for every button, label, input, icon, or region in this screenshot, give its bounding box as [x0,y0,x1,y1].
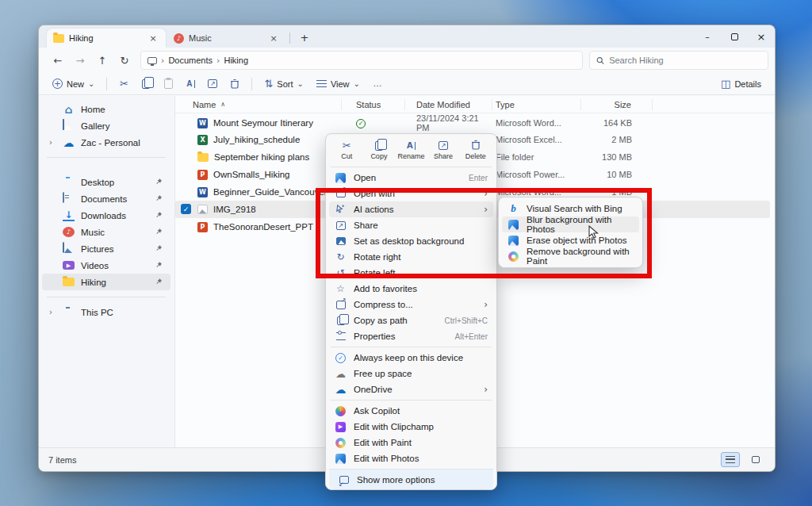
cut-icon [120,78,128,90]
menu-item-share[interactable]: Share [329,217,493,233]
sidebar-item-gallery[interactable]: Gallery [42,117,170,134]
toolbar-divider [251,78,252,90]
expander-chevron-icon[interactable] [49,308,52,316]
submenu-item-blur-background-with-photos[interactable]: Blur background with Photos [502,217,639,232]
maximize-button[interactable] [721,25,748,48]
column-header-type[interactable]: Type [492,99,581,110]
copy-button[interactable]: Copy [364,138,394,162]
breadcrumb[interactable]: Documents Hiking [140,51,583,70]
sidebar-item-videos[interactable]: Videos [42,257,170,274]
folder-icon [197,153,209,162]
menu-item-show-more-options[interactable]: Show more options [329,469,493,489]
menu-item-set-as-desktop-background[interactable]: Set as desktop background [329,233,493,249]
close-window-button[interactable] [748,25,775,48]
close-tab-icon[interactable] [147,32,159,44]
column-header-name[interactable]: Name ∧ [175,99,342,110]
expander-chevron-icon[interactable] [49,138,52,147]
breadcrumb-documents[interactable]: Documents [168,56,213,65]
rename-button[interactable]: A Rename [396,138,426,162]
menu-item-edit-with-clipchamp[interactable]: Edit with Clipchamp [329,419,493,435]
sidebar-item-onedrive-personal[interactable]: Zac - Personal [42,134,170,151]
new-tab-button[interactable] [297,31,312,44]
menu-item-add-to-favorites[interactable]: Add to favorites [329,281,493,297]
menu-item-edit-with-photos[interactable]: Edit with Photos [329,450,493,466]
sort-button[interactable]: Sort [259,75,308,92]
rotate-left-icon [335,267,347,279]
menu-item-always-keep-on-device[interactable]: Always keep on this device [329,350,493,366]
tab-hiking[interactable]: Hiking [47,29,166,48]
menu-item-open-with[interactable]: Open with [329,186,493,201]
details-pane-icon [721,78,730,90]
sidebar-item-hiking[interactable]: Hiking [42,274,170,290]
submenu-item-visual-search-with-bing[interactable]: b Visual Search with Bing [502,201,639,217]
file-size: 10 MB [581,170,653,179]
rename-button[interactable]: A [180,75,201,94]
checkbox-checked[interactable] [181,204,191,214]
sidebar-item-home[interactable]: Home [42,101,170,117]
submenu-item-erase-object-with-photos[interactable]: Erase object with Photos [502,232,639,248]
sidebar-item-pictures[interactable]: Pictures [42,240,170,257]
menu-label: Blur background with Photos [527,215,634,234]
column-header-date-modified[interactable]: Date Modified [405,99,492,110]
menu-item-compress-to[interactable]: Compress to... [329,297,493,312]
table-row[interactable]: WMount Seymour Itinerary 23/11/2024 3:21… [175,113,770,131]
menu-item-ask-copilot[interactable]: Ask Copilot [329,403,493,419]
file-size: 130 MB [581,152,653,162]
share-button[interactable] [202,75,223,94]
column-header-size[interactable]: Size [581,99,653,110]
menu-item-open[interactable]: Open Enter [329,170,493,186]
menu-item-free-up-space[interactable]: Free up space [329,366,493,381]
view-button[interactable]: View [311,77,366,91]
copy-button[interactable] [136,75,156,94]
paste-icon [164,79,173,89]
up-button[interactable] [91,51,113,70]
menu-item-ai-actions[interactable]: AI actions [329,201,493,217]
menu-item-onedrive[interactable]: OneDrive [329,381,493,397]
search-box[interactable] [589,51,768,70]
delete-button[interactable]: Delete [461,138,491,162]
copilot-icon [335,405,347,417]
new-button[interactable]: New [47,76,100,91]
menu-label: Properties [354,332,448,341]
sidebar-item-music[interactable]: Music [42,224,170,240]
large-icons-view-toggle[interactable] [746,452,765,467]
music-icon [174,33,184,44]
details-view-toggle[interactable] [721,452,740,467]
delete-button[interactable] [224,75,245,94]
menu-item-rotate-right[interactable]: Rotate right [329,249,493,265]
menu-item-properties[interactable]: Properties Alt+Enter [329,328,493,344]
paste-button[interactable] [158,75,178,94]
cut-button[interactable]: Cut [331,138,362,162]
column-label: Status [356,100,381,109]
sidebar-item-desktop[interactable]: Desktop [42,174,170,190]
pictures-icon [63,243,75,255]
refresh-button[interactable] [113,51,136,70]
back-button[interactable] [47,51,69,70]
sidebar-item-this-pc[interactable]: This PC [42,304,170,320]
cut-button[interactable] [113,75,134,94]
share-button[interactable]: Share [428,138,458,162]
menu-item-rotate-left[interactable]: Rotate left [329,265,493,281]
quick-label: Delete [465,152,486,160]
more-options-button[interactable] [367,75,388,94]
ai-actions-icon [335,204,347,216]
sidebar-item-documents[interactable]: Documents [42,190,170,207]
menu-item-edit-with-paint[interactable]: Edit with Paint [329,435,493,450]
tab-music[interactable]: Music [167,29,286,48]
pin-icon [155,211,163,220]
submenu-item-remove-background-with-paint[interactable]: Remove background with Paint [502,248,639,264]
details-pane-button[interactable]: Details [715,75,767,92]
submenu-chevron-icon [484,384,488,395]
clipchamp-icon [335,421,347,433]
pin-icon [155,261,163,270]
sidebar-item-downloads[interactable]: Downloads [42,207,170,224]
minimize-button[interactable] [694,25,721,48]
forward-button[interactable] [69,51,91,70]
menu-item-copy-as-path[interactable]: Copy as path Ctrl+Shift+C [329,312,493,328]
close-tab-icon[interactable] [267,32,280,44]
column-header-status[interactable]: Status [342,99,405,110]
breadcrumb-hiking[interactable]: Hiking [224,56,248,65]
tab-music-label: Music [189,33,212,43]
search-input[interactable] [609,56,761,65]
menu-label: Set as desktop background [354,236,488,246]
